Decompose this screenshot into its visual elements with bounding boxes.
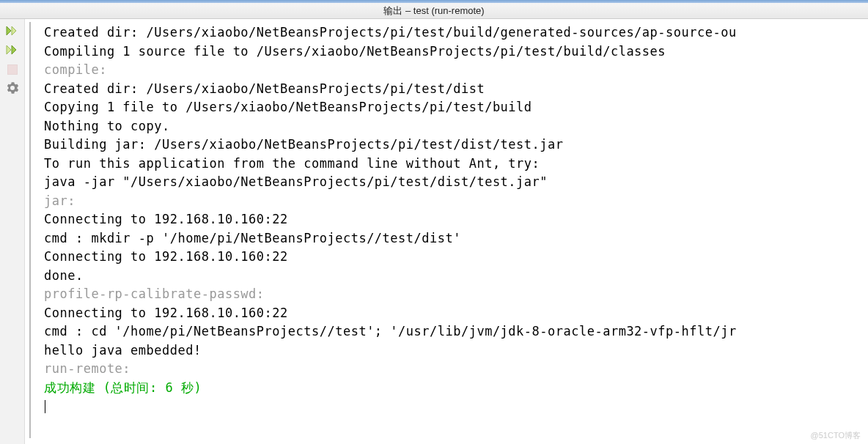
output-line: java -jar "/Users/xiaobo/NetBeansProject…: [44, 173, 862, 192]
output-line: Created dir: /Users/xiaobo/NetBeansProje…: [44, 23, 862, 42]
rerun-button[interactable]: [4, 23, 21, 40]
watermark: @51CTO博客: [811, 430, 861, 441]
output-line: run-remote:: [44, 360, 862, 379]
output-toolbar: [0, 19, 25, 444]
output-console[interactable]: Created dir: /Users/xiaobo/NetBeansProje…: [31, 19, 868, 444]
output-line: Connecting to 192.168.10.160:22: [44, 248, 862, 267]
output-line: Connecting to 192.168.10.160:22: [44, 304, 862, 323]
cursor-line: [44, 397, 862, 416]
output-line: Connecting to 192.168.10.160:22: [44, 210, 862, 229]
toolbar-divider: [25, 22, 31, 438]
output-line: jar:: [44, 192, 862, 211]
output-line: Copying 1 file to /Users/xiaobo/NetBeans…: [44, 98, 862, 117]
settings-button[interactable]: [4, 81, 21, 97]
output-line: 成功构建 (总时间: 6 秒): [44, 379, 862, 398]
stop-icon: [7, 64, 18, 75]
output-line: done.: [44, 267, 862, 286]
stop-button: [4, 62, 21, 78]
output-line: Created dir: /Users/xiaobo/NetBeansProje…: [44, 80, 862, 99]
output-line: hello java embedded!: [44, 341, 862, 360]
play-play-alt-icon: [6, 44, 19, 58]
output-line: profile-rp-calibrate-passwd:: [44, 285, 862, 304]
window-title: 输出 – test (run-remote): [383, 5, 484, 16]
gear-icon: [7, 82, 18, 96]
play-play-icon: [6, 25, 19, 39]
output-line: Building jar: /Users/xiaobo/NetBeansProj…: [44, 136, 862, 155]
output-line: cmd : cd '/home/pi/NetBeansProjects//tes…: [44, 322, 862, 341]
output-line: Nothing to copy.: [44, 117, 862, 136]
rerun-alt-button[interactable]: [4, 42, 21, 59]
output-line: To run this application from the command…: [44, 155, 862, 174]
title-bar: 输出 – test (run-remote): [0, 3, 868, 19]
output-line: compile:: [44, 61, 862, 80]
main-area: Created dir: /Users/xiaobo/NetBeansProje…: [0, 19, 868, 444]
output-line: cmd : mkdir -p '/home/pi/NetBeansProject…: [44, 229, 862, 248]
output-line: Compiling 1 source file to /Users/xiaobo…: [44, 42, 862, 62]
